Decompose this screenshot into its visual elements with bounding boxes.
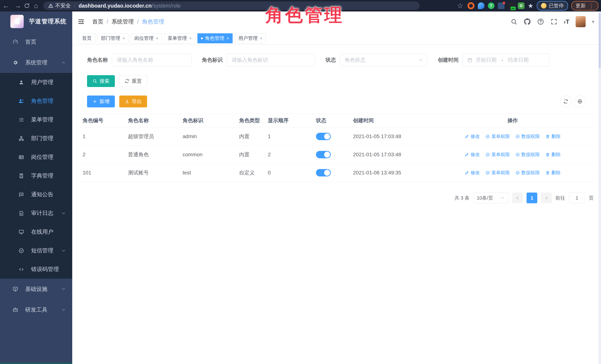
hamburger-icon[interactable]: [77, 18, 85, 25]
menu-permission-link[interactable]: 菜单权限: [485, 151, 510, 157]
delete-link[interactable]: 删除: [545, 133, 561, 139]
tab-role-management[interactable]: 角色管理×: [197, 33, 233, 43]
breadcrumb-system[interactable]: 系统管理: [111, 18, 134, 26]
annotation-title: 角色管理: [265, 3, 344, 27]
search-buttons-row: 搜索 重置: [87, 75, 594, 87]
insecure-warning[interactable]: 不安全: [48, 2, 71, 9]
extension-icon-blue-drop[interactable]: [478, 2, 484, 9]
delete-link[interactable]: 删除: [545, 170, 561, 176]
extension-icon-green[interactable]: 7: [488, 2, 494, 9]
page-size-select[interactable]: 10条/页: [473, 193, 508, 203]
user-icon: [19, 80, 24, 85]
app-logo-row[interactable]: 芋道管理系统: [0, 11, 72, 31]
browser-forward-button[interactable]: →: [12, 2, 24, 10]
address-bar[interactable]: 不安全 dashboard.yudao.iocoder.cn /system/r…: [43, 1, 420, 10]
sidebar-item-notice[interactable]: 通知公告: [0, 185, 72, 204]
browser-home-button[interactable]: ⌂: [30, 2, 42, 10]
current-page-button[interactable]: 1: [527, 193, 537, 203]
browser-back-button[interactable]: ←: [0, 2, 12, 10]
sidebar-item-audit-log[interactable]: 审计日志: [0, 204, 72, 223]
sidebar-item-sms-management[interactable]: 短信管理: [0, 241, 72, 260]
breadcrumb-home[interactable]: 首页: [92, 18, 103, 26]
breadcrumb-separator: /: [107, 19, 108, 25]
github-icon[interactable]: [524, 18, 531, 25]
scrollbar-thumb[interactable]: [599, 13, 601, 69]
edit-link[interactable]: 修改: [465, 151, 480, 157]
sidebar-item-role-management[interactable]: 角色管理: [0, 92, 72, 110]
edit-link[interactable]: 修改: [465, 170, 480, 176]
data-permission-link[interactable]: 数据权限: [515, 151, 540, 157]
sidebar-item-online-users[interactable]: 在线用户: [0, 223, 72, 241]
app-title: 芋道管理系统: [29, 17, 67, 26]
date-range-picker[interactable]: 开始日期 - 结束日期: [463, 54, 549, 66]
browser-update-button[interactable]: 更新 ⋮: [571, 1, 598, 10]
extension-icon-star[interactable]: ★: [528, 2, 533, 10]
delete-link[interactable]: 删除: [545, 151, 561, 157]
caret-down-icon[interactable]: ▾: [592, 19, 594, 25]
col-create-time: 创建时间: [353, 117, 432, 124]
goto-page-input[interactable]: [569, 193, 585, 203]
sidebar-item-system-management[interactable]: 系统管理: [0, 52, 72, 73]
col-role-name: 角色名称: [128, 117, 183, 124]
close-icon[interactable]: ×: [189, 36, 192, 40]
sidebar-item-error-code[interactable]: 错误码管理: [0, 260, 72, 279]
recorder-paused-badge[interactable]: 已暂停: [537, 1, 568, 10]
edit-link[interactable]: 修改: [465, 133, 480, 139]
list-icon: [19, 117, 24, 123]
reset-button[interactable]: 重置: [119, 75, 147, 87]
sidebar-item-home[interactable]: 首页: [0, 31, 72, 52]
sidebar-item-menu-management[interactable]: 菜单管理: [0, 110, 72, 129]
data-permission-link[interactable]: 数据权限: [515, 170, 540, 176]
extension-icon-orange[interactable]: [468, 2, 474, 9]
menu-permission-link[interactable]: 菜单权限: [485, 133, 510, 139]
sidebar-item-dict-management[interactable]: 字典管理: [0, 167, 72, 185]
row-actions: 修改 菜单权限 数据权限 删除: [432, 151, 594, 157]
browser-reload-button[interactable]: [24, 3, 30, 9]
role-code-input[interactable]: [231, 57, 311, 63]
tab-home[interactable]: 首页: [79, 33, 95, 43]
export-button[interactable]: 导出: [119, 96, 147, 107]
search-icon[interactable]: [511, 18, 518, 25]
sidebar-item-infrastructure[interactable]: 基础设施: [0, 279, 72, 299]
next-page-button[interactable]: [541, 193, 552, 203]
status-toggle[interactable]: [316, 151, 331, 158]
tab-user-management[interactable]: 用户管理×: [235, 33, 266, 43]
id-badge-icon: [19, 154, 24, 160]
close-icon[interactable]: ×: [156, 36, 158, 40]
tab-post-management[interactable]: 岗位管理×: [131, 33, 162, 43]
sidebar-item-post-management[interactable]: 岗位管理: [0, 148, 72, 167]
user-avatar[interactable]: [576, 16, 586, 27]
pagination: 共 3 条 10条/页 1 前往 页: [72, 193, 594, 203]
extension-icon-grid[interactable]: [498, 2, 504, 9]
paused-label: 已暂停: [549, 2, 564, 9]
font-size-icon[interactable]: тT: [564, 18, 569, 25]
status-select[interactable]: 角色状态: [340, 54, 428, 66]
prev-page-button[interactable]: [512, 193, 523, 203]
sidebar-item-user-management[interactable]: 用户管理: [0, 73, 72, 92]
chevron-left-icon: [515, 196, 520, 200]
fullscreen-icon[interactable]: [551, 18, 558, 25]
tab-dept-management[interactable]: 部门管理×: [97, 33, 129, 43]
column-settings-button[interactable]: [574, 96, 586, 107]
sidebar-item-dept-management[interactable]: 部门管理: [0, 129, 72, 148]
close-icon[interactable]: ×: [122, 36, 125, 40]
extension-icon-switch[interactable]: [508, 2, 514, 9]
close-icon[interactable]: ×: [260, 36, 262, 40]
role-name-input[interactable]: [117, 57, 187, 63]
cell-sort-order: 2: [268, 152, 316, 157]
extension-icon-leaf[interactable]: ✿: [518, 2, 524, 9]
search-button[interactable]: 搜索: [87, 75, 115, 87]
help-icon[interactable]: [537, 18, 544, 25]
sidebar-item-dev-tools[interactable]: 研发工具: [0, 299, 72, 320]
bookmark-star-icon[interactable]: ☆: [457, 2, 463, 10]
data-permission-link[interactable]: 数据权限: [515, 133, 540, 139]
tab-menu-management[interactable]: 菜单管理×: [164, 33, 195, 43]
menu-permission-link[interactable]: 菜单权限: [485, 170, 510, 176]
refresh-table-button[interactable]: [560, 96, 572, 107]
status-toggle[interactable]: [316, 133, 331, 140]
close-icon[interactable]: ×: [227, 36, 229, 40]
page-scrollbar[interactable]: [598, 11, 601, 364]
status-toggle[interactable]: [316, 169, 331, 177]
browser-menu-icon[interactable]: ⋮: [589, 3, 594, 9]
add-button[interactable]: 新增: [87, 96, 115, 107]
